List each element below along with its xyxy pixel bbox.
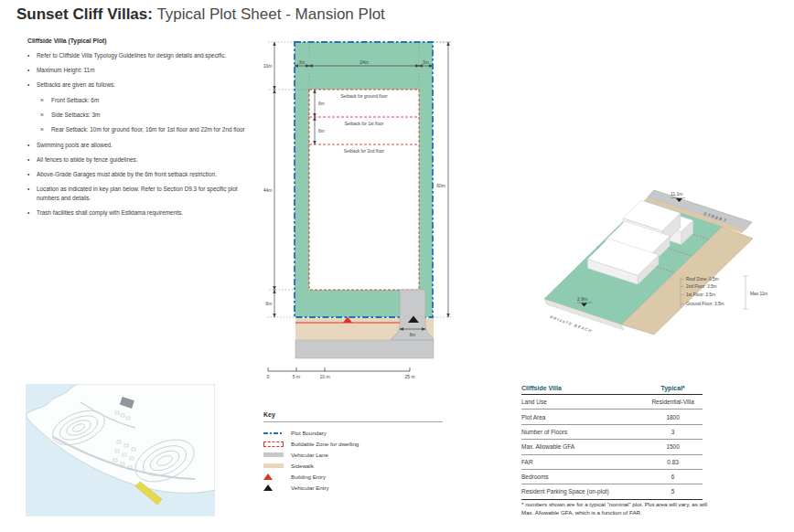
- table-header-villa: Cliffside Villa: [521, 382, 643, 395]
- note-item: •Above-Grade Garages must abide by the 6…: [27, 170, 245, 178]
- bullet-icon: •: [27, 80, 37, 89]
- key-plan-map: [26, 384, 215, 516]
- gap-dim-2: 6m: [318, 129, 325, 133]
- note-item: •Swimming pools are allowed.: [27, 141, 245, 149]
- plot-boundary-line-icon: [263, 432, 284, 434]
- bullet-icon: •: [27, 141, 37, 149]
- scale-tick-25: 25 m: [404, 374, 414, 379]
- dim-top-left: 3m: [299, 59, 306, 65]
- building-entry-triangle-icon: [263, 473, 284, 480]
- dim-top-right: 3m: [423, 59, 429, 65]
- key-item-vehicular-lane: Vehicular Lane: [263, 452, 446, 458]
- dim-top-center: 24m: [359, 59, 369, 65]
- table-row: Land UseResidential-Villa: [521, 395, 703, 410]
- table-row: FAR0.83: [521, 454, 703, 469]
- bullet-icon: •: [27, 208, 37, 217]
- sub-bullet-icon: »: [40, 111, 51, 119]
- gap-dim-1: 6m: [318, 101, 325, 106]
- bullet-icon: •: [27, 155, 37, 164]
- vehicular-entry-triangle-icon: [263, 484, 284, 491]
- scale-tick-0: 0: [267, 374, 270, 379]
- key-legend: Key Plot Boundary Buildable Zone for dwe…: [263, 411, 446, 495]
- key-item-plot-boundary: Plot Boundary: [263, 430, 446, 436]
- page-title-brand: Sunset Cliff Villas:: [16, 5, 153, 23]
- dim-driveway: 6m: [410, 333, 416, 337]
- note-item: •Maximum Height: 11m: [27, 66, 245, 74]
- max-height-label: Max 11m: [750, 292, 767, 296]
- page-title: Sunset Cliff Villas: Typical Plot Sheet …: [16, 5, 385, 24]
- table-footnote: * numbers shown are for a typical "nomin…: [521, 500, 710, 517]
- table-header-typical: Typical*: [643, 382, 703, 395]
- sub-bullet-icon: »: [40, 96, 51, 104]
- dim-left-mid: 44m: [263, 187, 273, 193]
- isometric-villa-view: Roof Zone: 0.5m 2nd Floor: 3.5m 1st Floo…: [533, 167, 794, 336]
- table-row: Number of Floors3: [521, 424, 703, 439]
- bullet-icon: •: [27, 51, 37, 59]
- page-title-subtitle: Typical Plot Sheet - Mansion Plot: [156, 5, 384, 23]
- street-level-label: 11.1m: [671, 191, 683, 197]
- bullet-icon: •: [27, 66, 37, 74]
- dim-left-bottom: 6m: [266, 301, 273, 306]
- buildable-zone-line-icon: [263, 442, 284, 447]
- note-subitem: »Rear Setback: 10m for ground floor, 16m…: [40, 125, 245, 133]
- note-subitem: »Front Setback: 6m: [40, 96, 245, 104]
- dim-left-top: 10m: [263, 63, 273, 69]
- note-item: •Setbacks are given as follows:: [27, 80, 245, 89]
- floor-label-ground: Ground Floor: 3.5m: [686, 302, 724, 306]
- note-subitem: »Side Setbacks: 3m: [40, 111, 245, 119]
- villa-summary-table: Cliffside Villa Typical* Land UseResiden…: [521, 382, 703, 500]
- table-row: Bedrooms6: [521, 469, 703, 484]
- floor-label-1st: 1st Floor: 3.5m: [686, 293, 715, 297]
- key-item-sidewalk: Sidewalk: [263, 463, 446, 469]
- sub-bullet-icon: »: [40, 125, 51, 133]
- plot-area-shapes: [295, 42, 433, 317]
- scale-tick-5: 5 m: [293, 374, 300, 379]
- table-header-row: Cliffside Villa Typical*: [521, 382, 703, 395]
- floor-label-roof: Roof Zone: 0.5m: [686, 277, 719, 282]
- note-item: •Refer to Cliffside Villa Typology Guide…: [27, 51, 245, 59]
- notes-heading: Cliffside Villa (Typical Plot): [27, 37, 245, 46]
- key-heading: Key: [263, 411, 446, 418]
- key-item-building-entry: Building Entry: [263, 473, 446, 480]
- bullet-icon: •: [27, 170, 37, 178]
- setback-1st-label: Setback for 1st floor: [345, 122, 384, 126]
- vehicular-lane-swatch-icon: [263, 452, 284, 457]
- table-row: Plot Area1800: [521, 410, 703, 424]
- sidewalk-swatch-icon: [263, 463, 284, 468]
- key-item-vehicular-entry: Vehicular Entry: [263, 484, 446, 491]
- bullet-icon: •: [27, 185, 37, 202]
- note-item: •All fences to abide by fence guidelines…: [27, 155, 245, 164]
- table-row: Max. Allowable GFA1500: [521, 440, 703, 454]
- table-row: Resident Parking Space (on-plot)5: [521, 484, 703, 499]
- guidelines-notes: Cliffside Villa (Typical Plot) •Refer to…: [27, 37, 245, 223]
- plot-sheet-page: Sunset Cliff Villas: Typical Plot Sheet …: [0, 0, 794, 532]
- key-divider: [263, 421, 443, 422]
- note-item: •Location as indicated in key plan below…: [27, 185, 245, 202]
- note-item: •Trash facilities shall comply with Esti…: [27, 208, 245, 217]
- scale-tick-10: 10 m: [319, 374, 329, 379]
- setback-ground-label: Setback for ground floor: [340, 94, 388, 99]
- beach-level-label: 2.9m: [577, 296, 587, 302]
- scale-bar-line: [268, 367, 410, 371]
- plot-plan-diagram: Setback for ground floor Setback for 1st…: [263, 37, 457, 366]
- scale-bar: 0 5 m 10 m 25 m: [263, 366, 457, 389]
- key-item-buildable-zone: Buildable Zone for dwelling: [263, 441, 446, 447]
- setback-2nd-label: Setback for 2nd floor: [344, 149, 385, 154]
- dim-right: 60m: [436, 183, 445, 188]
- floor-label-2nd: 2nd Floor: 3.5m: [686, 284, 717, 289]
